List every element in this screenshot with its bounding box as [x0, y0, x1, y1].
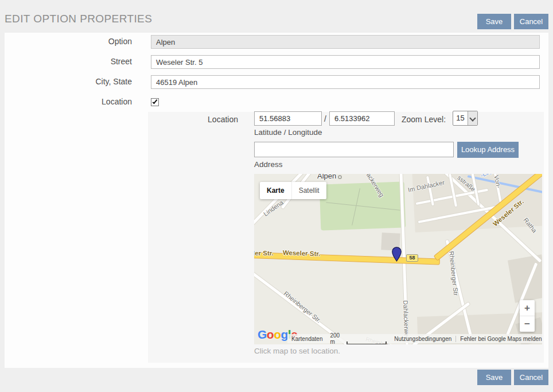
click-map-hint: Click map to set location.	[254, 347, 340, 355]
zoom-level-value: 15	[453, 111, 468, 125]
map-type-satellit-button[interactable]: Satellit	[291, 182, 326, 199]
zoom-level-select[interactable]: 15	[453, 111, 478, 126]
latitude-input[interactable]	[254, 111, 322, 126]
page-title: EDIT OPTION PROPERTIES	[5, 13, 152, 25]
location-checkbox[interactable]	[151, 98, 159, 106]
save-button-bottom[interactable]: Save	[477, 370, 511, 385]
map-road-label-weseler-mid: Weseler Str.	[283, 249, 321, 257]
google-logo-letter: G	[258, 328, 267, 341]
latlng-separator: /	[324, 114, 326, 123]
location-coords-label: Location	[148, 115, 238, 124]
route-58-badge: 58	[406, 254, 418, 262]
cancel-button-bottom[interactable]: Cancel	[514, 370, 548, 385]
location-label: Location	[5, 97, 132, 106]
map-place-dot-icon	[338, 175, 342, 179]
google-logo-letter: o	[274, 328, 281, 341]
map-scale-bar	[346, 341, 387, 344]
edit-option-properties-page: EDIT OPTION PROPERTIES Save Cancel Optio…	[0, 0, 553, 392]
city-state-input[interactable]	[151, 75, 540, 89]
map-street-label-rheinberger-diag: Rheinberger Str.	[282, 290, 322, 324]
chevron-down-icon	[468, 111, 477, 125]
option-input[interactable]	[151, 35, 540, 49]
map-attribution-bar: Kartendaten 200 m Nutzungsbedingungen Fe…	[287, 334, 542, 343]
map-park-path	[352, 188, 360, 226]
street-label: Street	[5, 57, 132, 66]
map-scale-label: 200 m	[330, 332, 345, 344]
report-error-link[interactable]: Fehler bei Google Maps melden	[455, 336, 542, 342]
google-logo-letter: o	[267, 328, 274, 341]
terms-link[interactable]: Nutzungsbedingungen	[390, 336, 455, 342]
map-canvas[interactable]: Alpen Lindena ackerweg Im Dahlacker sstr…	[254, 174, 542, 344]
address-hint: Address	[254, 160, 283, 169]
street-input[interactable]	[151, 55, 540, 69]
city-state-label: City, State	[5, 77, 132, 86]
zoom-level-label: Zoom Level:	[402, 115, 446, 124]
map-type-control: Karte Satellit	[260, 182, 326, 199]
option-label: Option	[5, 37, 132, 46]
save-button-top[interactable]: Save	[477, 14, 511, 29]
map-data-label: Kartendaten	[287, 336, 327, 342]
map-park-area	[320, 181, 406, 230]
map-scale: 200 m	[327, 332, 391, 344]
lookup-address-button[interactable]: Lookup Address	[457, 142, 519, 158]
google-logo-letter: g	[281, 328, 288, 341]
zoom-in-button[interactable]: +	[520, 300, 535, 316]
map-marker-icon[interactable]	[392, 247, 402, 264]
latlng-hint: Latitude / Longitude	[254, 128, 322, 137]
longitude-input[interactable]	[329, 111, 395, 126]
map-street-label-rheinberger-vert: Rheinberger Str	[448, 251, 459, 296]
address-input[interactable]	[254, 142, 454, 157]
map-place-label: Alpen	[317, 174, 336, 180]
zoom-out-button[interactable]: −	[520, 316, 535, 332]
map-building-block	[508, 254, 542, 302]
cancel-button-top[interactable]: Cancel	[514, 14, 548, 29]
map-type-karte-button[interactable]: Karte	[260, 182, 291, 199]
map-park-path	[326, 202, 400, 211]
map-road-label-weseler-left: ler Str.	[254, 250, 274, 257]
map-zoom-control: + −	[520, 300, 535, 332]
checkmark-icon	[153, 99, 158, 104]
